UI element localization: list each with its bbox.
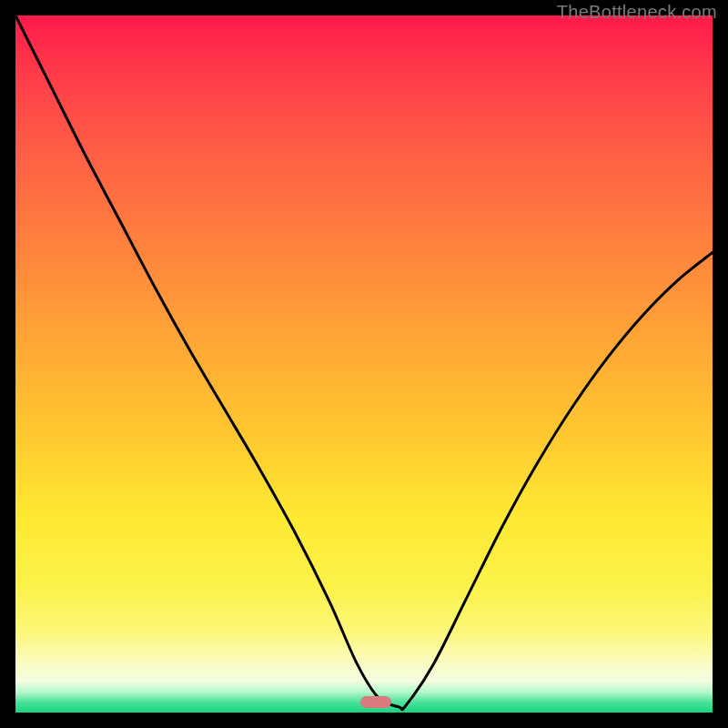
curve-path bbox=[15, 15, 713, 710]
chart-frame: TheBottleneck.com bbox=[0, 0, 728, 728]
min-marker-pill bbox=[360, 696, 391, 708]
plot-area bbox=[15, 15, 713, 713]
watermark-text: TheBottleneck.com bbox=[557, 2, 717, 23]
bottleneck-curve bbox=[15, 15, 713, 713]
